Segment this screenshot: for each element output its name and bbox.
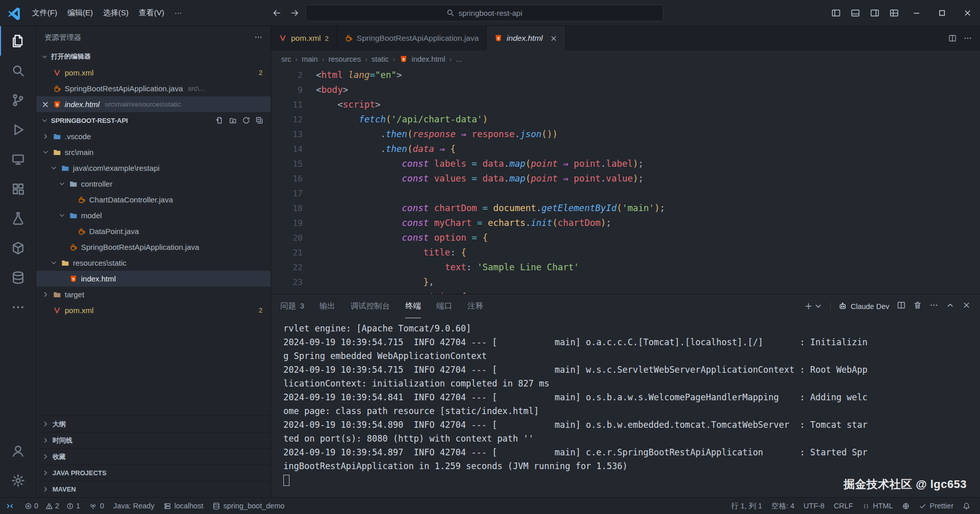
- toggle-sidebar-button[interactable]: [826, 4, 845, 21]
- status-database-connection[interactable]: spring_boot_demo: [208, 498, 289, 514]
- breadcrumb-item[interactable]: src: [281, 55, 291, 63]
- panel-tab-ports[interactable]: 端口: [436, 294, 452, 318]
- tree-item-vscode[interactable]: .vscode: [36, 128, 271, 144]
- close-icon[interactable]: [550, 35, 558, 42]
- remote-indicator[interactable]: [0, 498, 20, 514]
- chevron-down-icon: [814, 302, 823, 311]
- status-ports-forwarded[interactable]: 0: [85, 498, 109, 514]
- status-notifications[interactable]: [958, 498, 975, 514]
- panel-more-button[interactable]: [930, 301, 938, 312]
- refresh-icon[interactable]: [242, 116, 250, 124]
- terminal-output[interactable]: rvlet engine: [Apache Tomcat/9.0.60]2024…: [271, 318, 980, 497]
- claude-dev-button[interactable]: Claude Dev: [838, 302, 889, 311]
- breadcrumb-item[interactable]: static: [372, 55, 389, 63]
- tree-item-model[interactable]: model: [36, 208, 271, 223]
- tree-item-index-html[interactable]: 5 index.html: [36, 271, 271, 287]
- activity-more[interactable]: [0, 292, 36, 322]
- split-icon[interactable]: [948, 34, 957, 42]
- tree-item-src-main[interactable]: src\main: [36, 144, 271, 160]
- tree-item-springbootrestapiapplication-java[interactable]: SpringBootRestApiApplication.java: [36, 239, 271, 255]
- close-icon[interactable]: [41, 100, 49, 109]
- more-icon[interactable]: [964, 34, 972, 42]
- collapse-all-icon[interactable]: [255, 116, 263, 124]
- close-panel-button[interactable]: [962, 301, 971, 312]
- activity-run-debug[interactable]: [0, 115, 36, 144]
- status-problems[interactable]: 021: [20, 498, 85, 514]
- status-formatter[interactable]: Prettier: [914, 498, 958, 514]
- menu-file[interactable]: 文件(F): [27, 5, 62, 21]
- activity-search[interactable]: [0, 56, 36, 85]
- status-localhost[interactable]: localhost: [159, 498, 208, 514]
- activity-source-control[interactable]: [0, 85, 36, 115]
- minimize-button[interactable]: [904, 0, 929, 25]
- nav-forward-icon[interactable]: [287, 7, 301, 19]
- panel-tab-debug-console[interactable]: 调试控制台: [351, 294, 390, 318]
- panel-tab-output[interactable]: 输出: [320, 294, 335, 318]
- menu-selection[interactable]: 选择(S): [98, 5, 134, 21]
- tree-item-resources-static[interactable]: resources\static: [36, 255, 271, 271]
- tab-springbootrestapiapplication-java[interactable]: SpringBootRestApiApplication.java: [337, 26, 487, 50]
- new-folder-icon[interactable]: [229, 116, 237, 124]
- status-java-status[interactable]: Java: Ready: [109, 498, 159, 514]
- breadcrumb-item[interactable]: resources: [328, 55, 361, 63]
- status-cursor-position[interactable]: 行 1, 列 1: [726, 498, 766, 514]
- explorer-more-icon[interactable]: [254, 33, 262, 41]
- maximize-button[interactable]: [929, 0, 955, 25]
- close-window-button[interactable]: [955, 0, 980, 25]
- info-count: 1: [76, 502, 80, 510]
- new-terminal-button[interactable]: [804, 302, 823, 311]
- breadcrumb-file[interactable]: index.html: [412, 55, 445, 63]
- panel-tab-terminal[interactable]: 终端: [405, 294, 421, 318]
- activity-java-projects[interactable]: [0, 233, 36, 263]
- project-root-header[interactable]: SPRINGBOOT-REST-API: [36, 112, 271, 128]
- status-eol[interactable]: CRLF: [829, 498, 858, 514]
- toggle-secondary-sidebar-button[interactable]: [865, 4, 884, 21]
- activity-settings[interactable]: [0, 466, 36, 495]
- panel-tab-problems[interactable]: 问题 3: [280, 294, 304, 318]
- sidebar-section-favorites[interactable]: 收藏: [36, 448, 271, 465]
- tab-index-html[interactable]: 5 index.html: [487, 26, 566, 50]
- open-editor-springbootrestapiapplication-java[interactable]: SpringBootRestApiApplication.java src\..…: [36, 81, 271, 96]
- open-editor-index-html[interactable]: 5 index.html src\main\resources\static: [36, 96, 271, 112]
- menu-more[interactable]: ···: [169, 5, 187, 21]
- new-file-icon[interactable]: [216, 116, 224, 124]
- code-editor[interactable]: 2 <html lang="en"> 9 <body> 11 <script> …: [271, 68, 980, 294]
- more-icon: [11, 300, 25, 314]
- tree-item-datapoint-java[interactable]: DataPoint.java: [36, 223, 271, 239]
- nav-back-icon[interactable]: [270, 7, 283, 19]
- breadcrumb-more[interactable]: ...: [456, 55, 462, 63]
- command-center-search[interactable]: springboot-rest-api: [305, 5, 663, 21]
- activity-extensions[interactable]: [0, 174, 36, 203]
- sidebar-section-outline[interactable]: 大纲: [36, 416, 271, 432]
- sidebar-section-java-projects[interactable]: JAVA PROJECTS: [36, 465, 271, 481]
- tree-item-pom-xml[interactable]: pom.xml 2: [36, 302, 271, 318]
- status-encoding[interactable]: UTF-8: [799, 498, 829, 514]
- activity-account[interactable]: [0, 436, 36, 466]
- breadcrumb-item[interactable]: main: [302, 55, 317, 63]
- tree-item-controller[interactable]: controller: [36, 176, 271, 192]
- tree-item-java-com-example-restapi[interactable]: java\com\example\restapi: [36, 160, 271, 176]
- sidebar-section-maven[interactable]: MAVEN: [36, 481, 271, 497]
- activity-explorer[interactable]: [0, 26, 36, 56]
- toggle-panel-button[interactable]: [845, 4, 865, 21]
- tree-item-target[interactable]: target: [36, 287, 271, 302]
- sidebar-section-timeline[interactable]: 时间线: [36, 432, 271, 448]
- panel-tab-comments[interactable]: 注释: [467, 294, 483, 318]
- kill-terminal-button[interactable]: [913, 301, 922, 312]
- menu-edit[interactable]: 编辑(E): [62, 5, 98, 21]
- status-extension-status[interactable]: [897, 498, 914, 514]
- open-editors-header[interactable]: 打开的编辑器: [36, 48, 271, 65]
- status-indentation[interactable]: 空格: 4: [767, 498, 799, 514]
- menu-view[interactable]: 查看(V): [134, 5, 169, 21]
- split-terminal-button[interactable]: [897, 301, 906, 312]
- activity-database[interactable]: [0, 263, 36, 292]
- status-language-mode[interactable]: {}HTML: [858, 498, 897, 514]
- open-editor-pom-xml[interactable]: pom.xml 2: [36, 65, 271, 81]
- activity-remote-explorer[interactable]: [0, 144, 36, 174]
- maximize-panel-button[interactable]: [946, 301, 955, 312]
- minimap[interactable]: [916, 70, 973, 119]
- activity-testing[interactable]: [0, 203, 36, 233]
- customize-layout-button[interactable]: [884, 4, 904, 21]
- tab-pom-xml[interactable]: pom.xml 2: [271, 26, 337, 50]
- tree-item-chartdatacontroller-java[interactable]: ChartDataController.java: [36, 192, 271, 208]
